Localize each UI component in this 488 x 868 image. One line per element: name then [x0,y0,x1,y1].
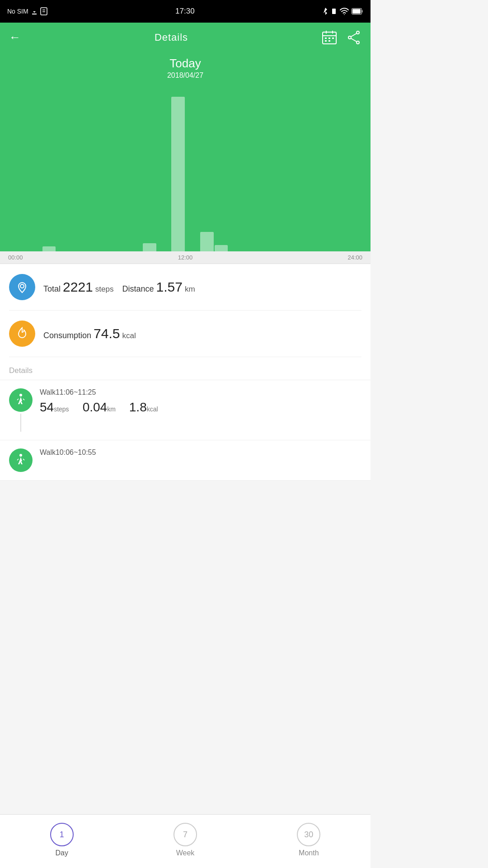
calendar-button[interactable] [322,30,337,45]
flame-icon [16,327,28,340]
svg-rect-7 [332,38,334,39]
bar-slot [28,84,42,251]
bar [200,232,214,251]
detail-icon-col-1 [9,448,33,472]
bar-slot [100,84,113,251]
bar-slot [286,84,300,251]
consumption-unit: kcal [122,331,136,340]
nav-item-day[interactable]: 1 Day [50,823,74,857]
usb2-icon [40,7,47,15]
nav-item-week[interactable]: 7 Week [174,823,197,857]
chart-area: Today 2018/04/27 [0,52,371,251]
date-section: Today 2018/04/27 [0,57,371,84]
wifi-icon [340,8,349,15]
calories-row: Consumption 74.5 kcal [9,311,361,357]
no-sim-label: No SIM [7,8,28,15]
x-axis-start: 00:00 [8,254,23,261]
svg-line-13 [351,33,357,37]
detail-item-0: Walk11:06~11:25 54steps 0.04km 1.8kcal [0,380,371,440]
svg-rect-6 [328,38,330,39]
calories-text: Consumption 74.5 kcal [43,326,136,341]
bar-slot [186,84,199,251]
details-section-label: Details [0,357,371,380]
walking-figure-icon-1 [14,453,27,467]
detail-time-1: Walk10:06~10:55 [40,448,361,457]
nav-number-week: 7 [183,830,188,840]
bar-slot [315,84,328,251]
bar-slot [200,84,214,251]
detail-items-list: Walk11:06~11:25 54steps 0.04km 1.8kcal [0,380,371,481]
svg-rect-5 [325,38,327,39]
svg-rect-9 [328,40,330,42]
detail-steps-0: 54steps [40,400,69,415]
walking-figure-icon-0 [14,393,27,407]
detail-time-0: Walk11:06~11:25 [40,388,361,396]
status-left: No SIM [7,7,47,15]
header-actions [322,30,361,45]
location-pin-icon [16,281,28,293]
steps-icon-circle [9,274,35,300]
bar-slot [85,84,99,251]
svg-point-16 [19,394,22,396]
bar-slot [71,84,84,251]
bar-slot [56,84,70,251]
bars-container [0,84,371,251]
steps-label: Total [43,284,61,293]
bar [143,243,156,251]
svg-line-14 [351,38,357,42]
stats-section: Total 2221 steps Distance 1.57 km Consum… [0,264,371,357]
page-title: Details [155,32,188,43]
steps-unit: steps [95,285,114,293]
walk-icon-circle-0 [9,388,33,412]
nav-label-day: Day [55,849,68,857]
bar-slot [343,84,357,251]
detail-distance-0: 0.04km [83,400,116,415]
consumption-value: 74.5 [94,326,120,341]
bar-slot [42,84,56,251]
bar-slot [128,84,142,251]
share-button[interactable] [346,30,361,45]
svg-rect-8 [325,40,327,42]
status-right [323,7,363,15]
steps-text: Total 2221 steps Distance 1.57 km [43,279,195,295]
bar [42,246,56,251]
bar-slot [14,84,27,251]
date-value: 2018/04/27 [0,71,371,80]
svg-point-15 [20,284,24,288]
app-header: ← Details [0,23,371,52]
distance-unit: km [185,285,195,293]
steps-row: Total 2221 steps Distance 1.57 km [9,264,361,311]
svg-rect-1 [332,9,336,14]
nav-number-month: 30 [304,830,313,840]
bar-slot [258,84,271,251]
distance-value: 1.57 [156,279,183,294]
nav-label-week: Week [176,849,195,857]
detail-connector-line-0 [20,414,21,432]
bottom-nav: 1 Day 7 Week 30 Month [0,814,371,868]
nav-item-month[interactable]: 30 Month [297,823,320,857]
bar [215,245,228,251]
detail-calories-0: 1.8kcal [129,400,158,415]
steps-value: 2221 [63,279,93,294]
nav-circle-month: 30 [297,823,320,846]
nav-number-day: 1 [60,830,64,840]
nav-circle-week: 7 [174,823,197,846]
detail-metrics-0: 54steps 0.04km 1.8kcal [40,400,361,415]
nav-label-month: Month [299,849,319,857]
bar-slot [272,84,286,251]
status-time: 17:30 [175,7,195,16]
detail-icon-col-0 [9,388,33,432]
walk-icon-circle-1 [9,448,33,472]
status-bar: No SIM 17:30 [0,0,371,23]
x-axis-middle: 12:00 [178,254,193,261]
detail-item-1: Walk10:06~10:55 [0,440,371,481]
usb-icon [31,7,38,15]
bar-slot [171,84,185,251]
bar-slot [329,84,343,251]
bar-slot [215,84,228,251]
x-axis: 00:00 12:00 24:00 [0,251,371,264]
back-button[interactable]: ← [9,30,21,44]
bar-chart [0,84,371,251]
bar-slot [229,84,242,251]
consumption-label: Consumption [43,331,91,340]
